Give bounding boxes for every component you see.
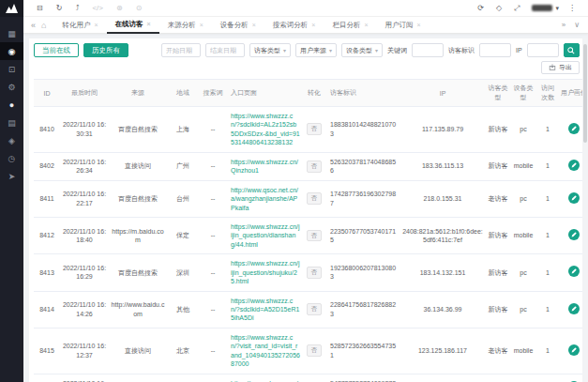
- close-icon[interactable]: ×: [252, 22, 256, 28]
- cell-id: 8412: [34, 217, 60, 253]
- edit-profile-button[interactable]: [568, 160, 580, 171]
- menu-icon[interactable]: ⊟: [37, 5, 43, 12]
- scrollbar-thumb[interactable]: [583, 44, 587, 143]
- fullscreen-icon[interactable]: ⤢: [514, 5, 520, 12]
- col-visitor-id: 访客标识: [326, 80, 400, 107]
- cell-visitor-type: 新访客: [486, 152, 510, 180]
- tab-online-visitors[interactable]: 在线访客 ×: [107, 17, 159, 34]
- col-visit-count: 访问次数: [536, 80, 559, 107]
- sidebar-item-building-icon[interactable]: ▦: [0, 24, 23, 42]
- close-icon[interactable]: ×: [311, 22, 315, 28]
- edit-profile-button[interactable]: [568, 123, 580, 134]
- tag-icon[interactable]: ◇: [496, 5, 502, 12]
- tabs-collapse-icon[interactable]: ∨: [574, 21, 580, 29]
- user-source-select[interactable]: 用户来源 ▾: [295, 43, 337, 57]
- entry-page-link[interactable]: https://www.shwzzz.cn/news/hyxw/1114.htm…: [231, 379, 300, 382]
- sidebar-item-send-icon[interactable]: ➤: [0, 167, 23, 185]
- export-button[interactable]: 导出: [541, 61, 580, 74]
- cell-region: 北京: [167, 328, 199, 374]
- kebab-menu-icon[interactable]: ⋮: [568, 5, 576, 12]
- user-menu[interactable]: ▾: [532, 5, 559, 12]
- end-date-input[interactable]: [205, 43, 245, 57]
- tab-source-analysis[interactable]: 来源分析 ×: [159, 17, 212, 34]
- col-last-time: 最后时间: [60, 80, 109, 107]
- top-bar: ⊟ ↻ ⤴ </> ⊛ ⊙ ⟳ ◇ ⤢ ▾ ⋮: [23, 0, 588, 17]
- tabs-scroll-right-icon[interactable]: »: [562, 21, 565, 29]
- entry-page-link[interactable]: http://www.qsoc.net.cn/a/wangzhanjianshe…: [231, 186, 300, 212]
- ip-label: IP: [516, 47, 522, 53]
- cell-ip: 2408:821a:5612:b1f0:6dee:5df6:411c:7ef: [400, 217, 486, 253]
- table-row: 8413 2022/11/10 16:16:29 百度自然搜索 深圳 -- ht…: [34, 254, 588, 291]
- sidebar-item-lock-icon[interactable]: ◈: [0, 131, 23, 149]
- entry-page-link[interactable]: https://www.shwzzz.cn/?sdclkid=AL2z152sb…: [231, 112, 300, 147]
- close-icon[interactable]: ×: [364, 22, 368, 28]
- entry-page-link[interactable]: https://www.shwzzz.cn/jijin_question/dia…: [231, 222, 300, 249]
- cell-source: 直接访问: [109, 152, 167, 180]
- cell-ip: 183.36.115.13: [400, 152, 486, 180]
- current-online-button[interactable]: 当前在线: [34, 43, 79, 57]
- share-icon[interactable]: ⤴: [75, 5, 79, 12]
- search-icon: [567, 47, 575, 54]
- entry-page-link[interactable]: https://www.shwzzz.cn/Qinzhou1: [231, 158, 300, 176]
- search-button[interactable]: [564, 43, 580, 57]
- cell-region: 北京: [167, 374, 199, 382]
- cell-source: 直接访问: [109, 328, 167, 374]
- close-icon[interactable]: ×: [200, 22, 204, 28]
- cell-visit-count: 1: [536, 254, 559, 291]
- cell-last-time: 2022/11/10 16:12:37: [60, 328, 109, 374]
- key-icon[interactable]: ⊙: [136, 5, 143, 12]
- sidebar-item-cloud-icon[interactable]: ●: [0, 96, 23, 114]
- home-icon[interactable]: ⌂: [41, 21, 46, 30]
- ip-input[interactable]: [527, 43, 559, 57]
- app-logo-icon: [0, 0, 23, 17]
- tab-label: 栏目分析: [332, 21, 360, 30]
- cell-source: 百度自然搜索: [109, 254, 167, 291]
- cell-last-time: 2022/11/10 16:18:40: [60, 217, 109, 253]
- visitor-id-input[interactable]: [479, 43, 511, 57]
- edit-profile-button[interactable]: [568, 266, 580, 277]
- link-icon[interactable]: ⊛: [116, 5, 123, 12]
- start-date-input[interactable]: [161, 43, 201, 57]
- entry-page-link[interactable]: https://www.shwzzz.cn/jijin_question/shu…: [231, 259, 300, 285]
- keyword-input[interactable]: [412, 43, 444, 57]
- close-icon[interactable]: ×: [147, 21, 151, 27]
- edit-profile-button[interactable]: [568, 344, 580, 356]
- visitor-type-select[interactable]: 访客类型 ▾: [249, 43, 291, 57]
- tab-label: 设备分析: [220, 21, 249, 30]
- edit-profile-button[interactable]: [568, 229, 580, 240]
- sidebar-item-document-icon[interactable]: ▤: [0, 114, 23, 131]
- code-icon[interactable]: </>: [92, 5, 103, 12]
- close-icon[interactable]: ×: [417, 22, 421, 28]
- chevron-down-icon: ▾: [375, 47, 378, 53]
- entry-page-link[interactable]: https://www.shwzzz.cn/?visit_rand_id=vis…: [231, 333, 300, 369]
- edit-profile-button[interactable]: [568, 303, 580, 314]
- sidebar-item-gear-icon[interactable]: ⚙: [0, 78, 23, 96]
- entry-page-link[interactable]: https://www.shwzzz.cn/?sdclkid=A52D15eR1…: [231, 297, 300, 323]
- col-id: ID: [34, 80, 60, 107]
- cell-id: 8413: [34, 254, 60, 291]
- edit-pencil-icon: [568, 303, 580, 314]
- sync-icon[interactable]: ⟳: [477, 5, 484, 12]
- cell-visitor-id: 5263203781740486856: [326, 152, 400, 180]
- tab-conversion-users[interactable]: 转化用户 ×: [53, 17, 106, 34]
- tab-device-analysis[interactable]: 设备分析 ×: [212, 17, 264, 34]
- cell-region: 广州: [167, 152, 199, 180]
- col-visitor-type: 访客类型: [486, 80, 510, 107]
- sidebar-item-location-pin-icon[interactable]: ◉: [0, 42, 23, 60]
- visitor-id-label: 访客标识: [448, 46, 475, 55]
- device-type-select[interactable]: 设备类型 ▾: [341, 43, 383, 57]
- cell-device-type: mobile: [510, 328, 536, 374]
- refresh-icon[interactable]: ↻: [56, 5, 63, 12]
- history-all-button[interactable]: 历史所有: [83, 43, 128, 57]
- edit-profile-button[interactable]: [568, 192, 580, 204]
- tab-column-analysis[interactable]: 栏目分析 ×: [324, 17, 376, 34]
- tab-search-term-analysis[interactable]: 搜索词分析 ×: [264, 17, 324, 34]
- cell-visitor-id: 1742877361963027987: [326, 180, 400, 217]
- tabs-scroll-left-icon[interactable]: «: [31, 21, 36, 30]
- conversion-badge: 否: [307, 267, 323, 279]
- cell-last-time: 2022/11/10 16:26:34: [60, 152, 109, 180]
- sidebar-item-monitor-icon[interactable]: ⊡: [0, 60, 23, 78]
- close-icon[interactable]: ×: [94, 22, 98, 28]
- sidebar-item-clock-icon[interactable]: ◷: [0, 149, 23, 167]
- tab-user-subscription[interactable]: 用户订阅 ×: [377, 17, 430, 34]
